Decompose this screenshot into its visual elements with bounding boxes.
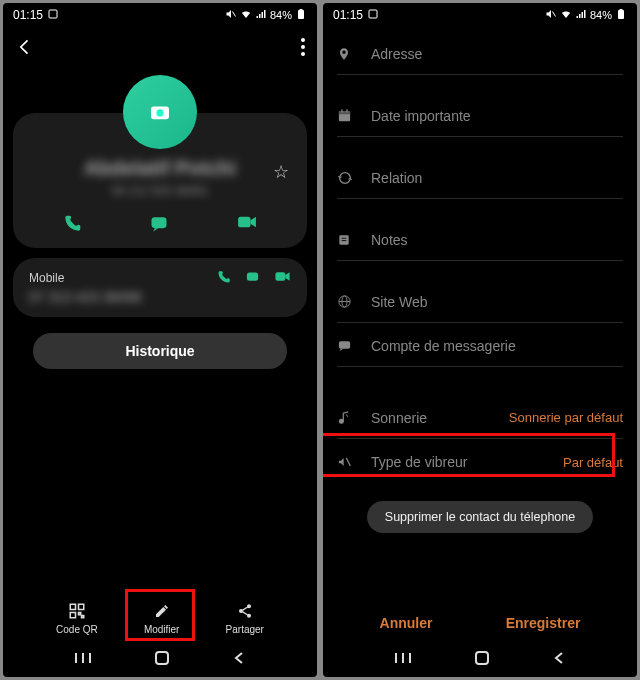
- svg-rect-12: [275, 272, 285, 281]
- recents-icon[interactable]: [394, 651, 412, 665]
- field-label: Relation: [371, 170, 422, 186]
- chat-icon: [337, 338, 357, 353]
- svg-rect-13: [70, 604, 75, 609]
- svg-rect-32: [339, 111, 350, 114]
- qr-label: Code QR: [56, 624, 98, 635]
- svg-rect-14: [78, 604, 83, 609]
- back-nav-icon[interactable]: [552, 651, 566, 665]
- status-time: 01:15: [13, 8, 43, 22]
- svg-rect-34: [346, 109, 347, 112]
- svg-point-4: [301, 38, 305, 42]
- back-icon[interactable]: [15, 37, 35, 57]
- svg-rect-30: [620, 9, 623, 11]
- svg-rect-16: [78, 613, 80, 615]
- globe-icon: [337, 294, 357, 309]
- svg-point-6: [301, 52, 305, 56]
- battery-text: 84%: [270, 9, 292, 21]
- svg-line-22: [242, 612, 247, 615]
- ringtone-label: Sonnerie: [371, 410, 427, 426]
- message-icon[interactable]: [245, 270, 260, 285]
- svg-point-19: [247, 605, 250, 608]
- svg-point-20: [247, 614, 250, 617]
- share-icon: [237, 601, 253, 621]
- contact-view-screen: 01:15 84%: [3, 3, 317, 677]
- status-bar: 01:15 84%: [3, 3, 317, 27]
- phone-number-card: Mobile 07 313 423 38496: [13, 258, 307, 317]
- android-navbar: [323, 639, 637, 677]
- field-website[interactable]: Site Web: [337, 279, 623, 323]
- cancel-button[interactable]: Annuler: [380, 615, 433, 631]
- home-icon[interactable]: [474, 650, 490, 666]
- qr-icon: [68, 601, 86, 621]
- field-vibration[interactable]: Type de vibreur Par défaut: [337, 439, 623, 483]
- field-relation[interactable]: Relation: [337, 155, 623, 199]
- svg-rect-27: [369, 10, 377, 18]
- message-icon[interactable]: [149, 214, 169, 234]
- save-cancel-bar: Annuler Enregistrer: [323, 597, 637, 639]
- screenshot-icon: [47, 8, 59, 23]
- mute-icon: [225, 8, 237, 22]
- edit-label: Modifier: [144, 624, 180, 635]
- music-icon: [337, 410, 357, 425]
- bottom-action-bar: Code QR Modifier Partager: [3, 593, 317, 639]
- svg-rect-26: [156, 652, 168, 664]
- pencil-icon: [154, 601, 170, 621]
- back-nav-icon[interactable]: [232, 651, 246, 665]
- battery-text: 84%: [590, 9, 612, 21]
- favorite-star-icon[interactable]: ☆: [273, 161, 289, 183]
- svg-rect-11: [247, 273, 258, 281]
- edit-field-list: Adresse Date importante Relation Notes: [323, 27, 637, 533]
- svg-point-18: [239, 610, 242, 613]
- field-notes[interactable]: Notes: [337, 217, 623, 261]
- svg-rect-17: [81, 616, 83, 618]
- video-icon[interactable]: [274, 270, 291, 285]
- edit-button[interactable]: Modifier: [144, 601, 180, 635]
- home-icon[interactable]: [154, 650, 170, 666]
- svg-rect-9: [151, 217, 166, 228]
- more-icon[interactable]: [301, 38, 305, 56]
- contact-edit-screen: 01:15 84% Adresse Date importante: [323, 3, 637, 677]
- history-button[interactable]: Historique: [33, 333, 287, 369]
- vibration-label: Type de vibreur: [371, 454, 468, 470]
- svg-line-28: [552, 12, 555, 17]
- signal-icon: [575, 8, 587, 22]
- field-email[interactable]: Compte de messagerie: [337, 323, 623, 367]
- delete-contact-button[interactable]: Supprimer le contact du télephone: [367, 501, 593, 533]
- call-icon[interactable]: [216, 270, 231, 285]
- svg-rect-35: [339, 235, 348, 244]
- screenshot-icon: [367, 8, 379, 23]
- svg-line-1: [232, 12, 235, 17]
- field-address[interactable]: Adresse: [337, 31, 623, 75]
- field-ringtone[interactable]: Sonnerie Sonnerie par défaut: [337, 395, 623, 439]
- notes-icon: [337, 233, 357, 247]
- contact-name: Abdelatif Potchi: [84, 157, 236, 180]
- top-bar: [3, 27, 317, 67]
- svg-rect-41: [339, 341, 350, 349]
- save-button[interactable]: Enregistrer: [506, 615, 581, 631]
- vibration-value: Par défaut: [563, 455, 623, 470]
- status-time: 01:15: [333, 8, 363, 22]
- share-label: Partager: [226, 624, 264, 635]
- contact-subtitle: 06 212 920 48491: [29, 184, 291, 198]
- recents-icon[interactable]: [74, 651, 92, 665]
- contact-avatar[interactable]: [123, 75, 197, 149]
- signal-icon: [255, 8, 267, 22]
- field-label: Site Web: [371, 294, 428, 310]
- svg-point-5: [301, 45, 305, 49]
- android-navbar: [3, 639, 317, 677]
- video-icon[interactable]: [236, 214, 258, 234]
- field-label: Adresse: [371, 46, 422, 62]
- wifi-icon: [240, 8, 252, 22]
- calendar-icon: [337, 108, 357, 123]
- field-date[interactable]: Date importante: [337, 93, 623, 137]
- camera-icon: [149, 103, 171, 121]
- svg-point-8: [156, 109, 163, 116]
- field-label: Notes: [371, 232, 408, 248]
- wifi-icon: [560, 8, 572, 22]
- location-icon: [337, 45, 357, 63]
- qr-code-button[interactable]: Code QR: [56, 601, 98, 635]
- share-button[interactable]: Partager: [226, 601, 264, 635]
- phone-number: 07 313 423 38496: [29, 289, 291, 305]
- call-icon[interactable]: [62, 214, 82, 234]
- field-label: Date importante: [371, 108, 471, 124]
